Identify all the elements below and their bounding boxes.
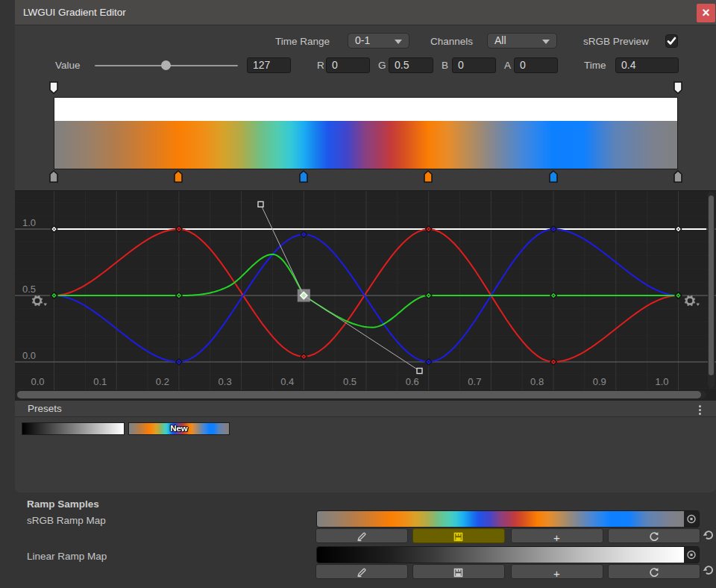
- time-field[interactable]: 0.4: [615, 57, 679, 73]
- alpha-preview-bar[interactable]: [54, 97, 678, 121]
- curve-hscrollbar-thumb[interactable]: [17, 391, 701, 398]
- undo-icon[interactable]: [703, 529, 715, 541]
- refresh-button[interactable]: [608, 564, 700, 579]
- preset-swatch-new[interactable]: New: [128, 422, 230, 435]
- b-field[interactable]: 0: [452, 57, 496, 73]
- time-range-dropdown[interactable]: 0-1: [348, 33, 409, 49]
- chevron-down-icon: [542, 40, 550, 44]
- curve-editor-panel[interactable]: 0.00.10.20.30.40.50.60.70.80.91.01.00.50…: [15, 190, 716, 400]
- add-button[interactable]: +: [511, 528, 603, 543]
- left-curve-settings-gear-icon[interactable]: [31, 294, 48, 307]
- svg-text:0.7: 0.7: [468, 376, 481, 387]
- value-field-text: 127: [253, 59, 270, 71]
- curve-vscrollbar-thumb[interactable]: [709, 196, 714, 375]
- edit-icon: [357, 567, 367, 581]
- srgb-ramp-map-field[interactable]: [316, 510, 700, 528]
- time-field-text: 0.4: [621, 59, 635, 71]
- presets-header[interactable]: Presets: [15, 400, 716, 417]
- svg-text:0.5: 0.5: [22, 284, 36, 295]
- linear-ramp-map-field[interactable]: [316, 546, 700, 563]
- svg-text:0.8: 0.8: [530, 376, 544, 387]
- srgb-preview-checkbox[interactable]: [665, 34, 678, 48]
- value-field[interactable]: 127: [247, 57, 291, 73]
- title-bar[interactable]: LWGUI Gradient Editor ×: [15, 0, 716, 25]
- b-label: B: [442, 57, 448, 73]
- edit-button[interactable]: [315, 564, 408, 579]
- svg-text:0.2: 0.2: [156, 376, 169, 387]
- linear-ramp-preview: [317, 547, 684, 563]
- b-field-text: 0: [458, 59, 464, 71]
- add-button[interactable]: +: [511, 564, 603, 579]
- add-icon: +: [553, 567, 560, 581]
- color-key-marker[interactable]: [299, 170, 308, 183]
- svg-text:0.0: 0.0: [22, 350, 36, 361]
- color-key-marker[interactable]: [549, 170, 558, 183]
- svg-text:1.0: 1.0: [22, 217, 36, 228]
- save-button[interactable]: [412, 528, 505, 543]
- svg-text:0.1: 0.1: [93, 376, 107, 387]
- ramp-samples-header: Ramp Samples: [27, 498, 99, 510]
- tangent-handle: [417, 369, 422, 374]
- alpha-key-marker[interactable]: [673, 81, 682, 94]
- time-range-label: Time Range: [275, 34, 330, 49]
- undo-icon[interactable]: [703, 564, 715, 576]
- object-picker-area[interactable]: [684, 511, 699, 527]
- svg-text:0.9: 0.9: [593, 376, 606, 387]
- g-field-text: 0.5: [395, 59, 409, 71]
- color-key-marker[interactable]: [424, 170, 433, 183]
- preset-new-label: New: [129, 423, 229, 434]
- object-picker-icon: [684, 547, 699, 563]
- svg-text:1.0: 1.0: [655, 376, 668, 387]
- channels-dropdown[interactable]: All: [487, 33, 557, 49]
- svg-text:0.0: 0.0: [31, 376, 44, 387]
- chevron-down-icon: [395, 40, 402, 44]
- srgb-ramp-preview: [317, 511, 684, 527]
- save-icon: [453, 531, 463, 545]
- r-field-text: 0: [332, 59, 338, 71]
- a-field-text: 0: [520, 59, 526, 71]
- channels-value: All: [494, 34, 506, 46]
- a-label: A: [504, 57, 511, 73]
- srgb-ramp-map-label: sRGB Ramp Map: [27, 513, 106, 528]
- svg-text:0.4: 0.4: [280, 376, 294, 387]
- svg-text:0.6: 0.6: [406, 376, 419, 387]
- time-range-value: 0-1: [355, 34, 370, 46]
- refresh-icon: [649, 567, 659, 581]
- alpha-key-marker[interactable]: [49, 81, 58, 94]
- r-field[interactable]: 0: [326, 57, 370, 73]
- edit-icon: [357, 531, 367, 545]
- save-button[interactable]: [412, 564, 505, 579]
- curve-plot: 0.00.10.20.30.40.50.60.70.80.91.01.00.50…: [15, 191, 716, 401]
- svg-text:0.5: 0.5: [343, 376, 357, 387]
- refresh-button[interactable]: [608, 528, 700, 543]
- add-icon: +: [553, 531, 560, 545]
- g-label: G: [378, 57, 386, 73]
- color-key-marker[interactable]: [174, 170, 183, 183]
- value-label: Value: [55, 57, 81, 73]
- checkmark-icon: [666, 35, 677, 47]
- color-key-marker[interactable]: [673, 170, 682, 183]
- close-icon: ×: [702, 5, 710, 20]
- channels-label: Channels: [430, 34, 473, 49]
- color-key-marker[interactable]: [49, 170, 58, 183]
- presets-title: Presets: [28, 401, 62, 417]
- right-curve-settings-gear-icon[interactable]: [684, 294, 700, 307]
- time-label: Time: [584, 57, 606, 73]
- r-label: R: [317, 57, 324, 73]
- srgb-preview-label: sRGB Preview: [583, 34, 649, 49]
- g-field[interactable]: 0.5: [389, 57, 433, 73]
- window-title: LWGUI Gradient Editor: [23, 0, 126, 25]
- refresh-icon: [649, 531, 659, 545]
- edit-button[interactable]: [315, 528, 408, 543]
- linear-ramp-map-label: Linear Ramp Map: [27, 548, 107, 564]
- gradient-preview-bar[interactable]: [54, 121, 678, 169]
- save-icon: [453, 567, 463, 581]
- kebab-menu-icon[interactable]: [697, 404, 703, 415]
- svg-text:0.3: 0.3: [219, 376, 232, 387]
- object-picker-area[interactable]: [684, 547, 699, 563]
- preset-swatch-grayscale[interactable]: [22, 422, 125, 435]
- tangent-handle: [258, 201, 263, 207]
- object-picker-icon: [684, 511, 699, 527]
- a-field[interactable]: 0: [514, 57, 558, 73]
- close-button[interactable]: ×: [697, 4, 715, 22]
